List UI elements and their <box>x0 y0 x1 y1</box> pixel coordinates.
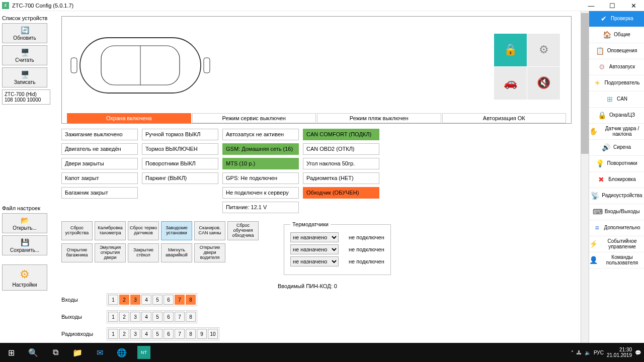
io-box[interactable]: 2 <box>119 312 129 322</box>
lock-tile[interactable]: 🔒 <box>494 34 527 66</box>
io-box[interactable]: 3 <box>130 312 140 322</box>
maximize-button[interactable]: ☐ <box>602 0 623 11</box>
io-box[interactable]: 10 <box>208 329 218 339</box>
read-button[interactable]: 🖥️Считать <box>2 45 47 65</box>
nav-item[interactable]: 💡Поворотники <box>589 156 644 172</box>
nav-item[interactable]: ☀Подогреватель <box>589 75 644 92</box>
action-button[interactable]: Сброс обучения обходчика <box>227 221 259 240</box>
action-button[interactable]: Мигнуть аварийкой <box>161 243 192 262</box>
device-list-item[interactable]: ZTC-700 (Hid) 108 1000 10000 <box>2 89 50 105</box>
task-view-button[interactable]: ⧉ <box>44 343 66 362</box>
chrome-icon[interactable]: 🌐 <box>111 343 133 362</box>
tray-notifications-icon[interactable]: 💬 <box>635 350 641 355</box>
car-tile[interactable]: 🚗 <box>494 67 527 100</box>
tray-network-icon[interactable]: 🖧 <box>577 350 582 355</box>
write-icon: 🖥️ <box>21 70 29 78</box>
close-button[interactable]: ✕ <box>623 0 644 11</box>
start-button[interactable]: ⊞ <box>0 343 22 362</box>
clock[interactable]: 21:30 21.01.2019 <box>607 347 632 358</box>
tray-language[interactable]: РУС <box>594 350 604 355</box>
action-button[interactable]: Сброс устройства <box>61 221 93 240</box>
nav-item[interactable]: ⊞CAN <box>589 92 644 108</box>
io-box[interactable]: 4 <box>141 295 151 305</box>
io-box[interactable]: 8 <box>186 312 196 322</box>
devices-header: Список устройств <box>2 15 50 21</box>
thermo-select[interactable]: не назначено <box>290 256 339 266</box>
io-box[interactable]: 1 <box>108 312 118 322</box>
io-box[interactable]: 7 <box>175 312 185 322</box>
io-box[interactable]: 2 <box>119 295 129 305</box>
nav-item[interactable]: 🏠Общие <box>589 27 644 43</box>
nav-item[interactable]: ✋Датчик удара / наклона <box>589 124 644 140</box>
action-button[interactable]: Сканиров. CAN шины <box>194 221 225 240</box>
io-box[interactable]: 2 <box>119 329 129 339</box>
file-explorer-icon[interactable]: 📁 <box>66 343 89 362</box>
nav-item[interactable]: ⚡Событийное управление <box>589 236 644 252</box>
action-button[interactable]: Открытие двери водителя <box>194 243 225 262</box>
io-box[interactable]: 8 <box>186 295 196 305</box>
engine-tile[interactable]: ⚙ <box>527 34 560 66</box>
nav-icon: 🔒 <box>598 112 606 120</box>
thermo-header: Термодатчики <box>290 221 331 227</box>
nav-item[interactable]: ≡Дополнительно <box>589 220 644 236</box>
nav-label: Блокировка <box>608 177 636 183</box>
nav-label: Радиоустройства <box>602 193 642 199</box>
action-button[interactable]: Открытие багажника <box>61 243 93 262</box>
thermo-select[interactable]: не назначено <box>290 244 339 254</box>
open-file-button[interactable]: 📂Открыть... <box>2 213 47 233</box>
io-box[interactable]: 5 <box>152 312 163 322</box>
action-button[interactable]: Заводские установки <box>161 221 192 240</box>
io-box[interactable]: 3 <box>130 329 140 339</box>
pin-code-label: Вводимый ПИН-КОД: 0 <box>278 283 572 289</box>
thermo-select[interactable]: не назначено <box>290 232 339 242</box>
status-cell <box>61 202 138 213</box>
nav-icon: 🏠 <box>603 31 611 39</box>
nav-item[interactable]: 👤Команды пользователя <box>589 252 644 268</box>
io-box[interactable]: 5 <box>152 295 163 305</box>
save-file-button[interactable]: 💾Сохранить... <box>2 235 47 255</box>
scrollbar[interactable] <box>581 11 589 343</box>
settings-button[interactable]: ⚙Настройки <box>2 264 47 291</box>
nav-icon: ✖ <box>597 176 605 184</box>
nav-item[interactable]: 🔒Охрана/ЦЗ <box>589 108 644 124</box>
io-box[interactable]: 4 <box>141 312 151 322</box>
io-box[interactable]: 5 <box>152 329 163 339</box>
write-button[interactable]: 🖥️Записать <box>2 67 47 87</box>
tray-volume-icon[interactable]: 🔈 <box>585 350 591 355</box>
io-box[interactable]: 9 <box>197 329 207 339</box>
status-cell: Угол наклона 50гр. <box>303 158 379 169</box>
nav-item[interactable]: ⌨Входы/Выходы <box>589 204 644 220</box>
io-box[interactable]: 8 <box>186 329 196 339</box>
io-box[interactable]: 1 <box>108 329 118 339</box>
nav-item[interactable]: ✔Проверка <box>589 11 644 27</box>
minimize-button[interactable]: — <box>581 0 602 11</box>
nav-item[interactable]: 🔊Сирена <box>589 140 644 156</box>
nav-icon: ⚙ <box>598 63 606 71</box>
status-strip-item: Охрана включена <box>67 113 191 123</box>
nav-item[interactable]: 📋Оповещения <box>589 43 644 59</box>
tray-chevron-icon[interactable]: ˄ <box>571 350 574 355</box>
io-box[interactable]: 1 <box>108 295 118 305</box>
app-taskbar-icon[interactable]: NT <box>133 343 155 362</box>
nav-item[interactable]: ✖Блокировка <box>589 172 644 188</box>
io-box[interactable]: 6 <box>164 295 174 305</box>
mute-tile[interactable]: 🔇 <box>527 67 560 100</box>
io-box[interactable]: 3 <box>130 295 140 305</box>
outputs-label: Выходы <box>61 314 107 320</box>
action-button[interactable]: Эмуляция открытия двери <box>95 243 126 262</box>
nav-icon: ✋ <box>589 128 597 136</box>
nav-icon: 📋 <box>596 47 604 55</box>
io-box[interactable]: 4 <box>141 329 151 339</box>
refresh-button[interactable]: 🔄Обновить <box>2 23 47 43</box>
nav-item[interactable]: ⚙Автозапуск <box>589 59 644 75</box>
action-button[interactable]: Закрытие стёкол <box>128 243 159 262</box>
search-button[interactable]: 🔍 <box>22 343 44 362</box>
io-box[interactable]: 7 <box>175 329 185 339</box>
nav-item[interactable]: 📡Радиоустройства <box>589 188 644 204</box>
action-button[interactable]: Сброс термо датчиков <box>128 221 159 240</box>
io-box[interactable]: 7 <box>175 295 185 305</box>
mail-icon[interactable]: ✉ <box>89 343 111 362</box>
io-box[interactable]: 6 <box>164 329 174 339</box>
action-button[interactable]: Калибровка тахометра <box>95 221 126 240</box>
io-box[interactable]: 6 <box>164 312 174 322</box>
